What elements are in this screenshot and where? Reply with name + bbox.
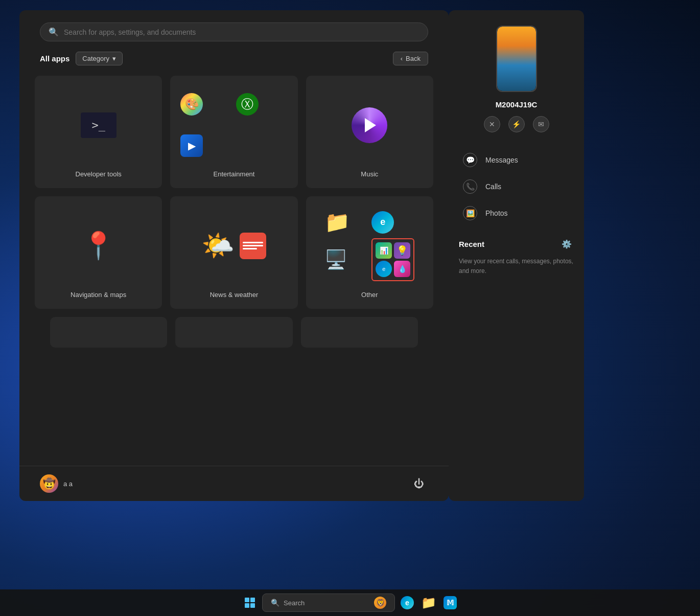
tile-news-weather[interactable]: 🌤️ News & weather [170, 196, 297, 309]
phone-menu-calls[interactable]: 📞 Calls [459, 173, 574, 200]
recent-description: View your recent calls, messages, photos… [459, 258, 573, 275]
messages-label: Messages [485, 156, 518, 164]
category-button[interactable]: Category ▾ [76, 52, 123, 65]
tile-developer-tools-label: Developer tools [76, 170, 122, 178]
phone-screen [497, 27, 536, 91]
remote-desktop-icon: 🖥️ [324, 249, 367, 270]
tile-music[interactable]: Music [306, 76, 433, 188]
partial-tile-2 [175, 317, 292, 348]
other-sub-grid: 📊 💡 e 💧 [371, 238, 414, 281]
category-label: Category [82, 55, 109, 62]
start-menu: 🔍 All apps Category ▾ ‹ Back >_ [19, 10, 449, 501]
phone-recent-section: Recent ⚙️ View your recent calls, messag… [459, 237, 574, 276]
green-chart-icon: 📊 [376, 242, 392, 259]
apps-row-2: 📍 Navigation & maps 🌤️ News & weather [35, 196, 433, 309]
tile-news-icons: 🌤️ [180, 207, 287, 285]
news-icon [240, 233, 266, 259]
news-line-2 [243, 245, 263, 246]
tile-navigation-icons: 📍 [45, 207, 152, 285]
taskbar-search-icon: 🔍 [271, 599, 279, 607]
phone-close-button[interactable]: ✕ [484, 116, 500, 132]
user-info[interactable]: 🤠 a a [40, 474, 73, 493]
phone-menu-photos[interactable]: 🖼️ Photos [459, 200, 574, 226]
taskbar-search-bar[interactable]: 🔍 Search 🦁 [262, 594, 395, 612]
tile-developer-tools[interactable]: >_ Developer tools [35, 76, 162, 188]
back-label: Back [406, 55, 421, 62]
calls-icon: 📞 [463, 179, 477, 194]
store-taskbar-icon: 𝕄 [444, 596, 457, 609]
movies-icon: ▶ [180, 134, 203, 157]
phone-menu-messages[interactable]: 💬 Messages [459, 147, 574, 173]
tile-entertainment-icons: 🎨 Ⓧ ▶ [180, 86, 287, 164]
paint-icon: 🎨 [180, 93, 203, 116]
folder-taskbar-icon: 📁 [421, 596, 436, 610]
apps-row-1: >_ Developer tools 🎨 Ⓧ ▶ Entertainment [35, 76, 433, 188]
avatar: 🤠 [40, 474, 58, 493]
search-input[interactable] [64, 28, 419, 36]
tile-news-label: News & weather [210, 291, 259, 299]
tile-entertainment[interactable]: 🎨 Ⓧ ▶ Entertainment [170, 76, 297, 188]
music-icon [352, 107, 387, 143]
phone-image [496, 26, 537, 92]
phone-message-button[interactable]: ✉ [533, 116, 549, 132]
chevron-left-icon: ‹ [401, 55, 403, 62]
recent-title: Recent [459, 240, 484, 248]
tile-navigation[interactable]: 📍 Navigation & maps [35, 196, 162, 309]
start-button[interactable] [241, 594, 259, 612]
tile-music-label: Music [361, 170, 378, 178]
lightbulb-icon: 💡 [394, 242, 410, 259]
messages-icon: 💬 [463, 153, 477, 167]
photos-label: Photos [485, 209, 508, 217]
apps-grid: >_ Developer tools 🎨 Ⓧ ▶ Entertainment [19, 76, 449, 466]
taskbar-store[interactable]: 𝕄 [441, 594, 459, 612]
windows-logo-icon [245, 598, 255, 608]
search-icon: 🔍 [49, 27, 59, 37]
taskbar-search-text: Search [284, 599, 305, 607]
taskbar: 🔍 Search 🦁 e 📁 𝕄 [0, 589, 700, 616]
apps-header-left: All apps Category ▾ [40, 52, 123, 65]
weather-cloud-icon: 🌤️ [201, 230, 235, 261]
edge-beta-icon: e [376, 261, 392, 277]
device-name: M2004J19C [496, 100, 538, 109]
start-bottom-bar: 🤠 a a ⏻ [19, 466, 449, 501]
user-name: a a [63, 480, 73, 488]
recent-settings-button[interactable]: ⚙️ [559, 237, 574, 251]
edge-icon: e [371, 211, 394, 234]
other-icons-grid: 📁 e 🖥️ 📊 💡 e 💧 [324, 210, 414, 281]
search-bar[interactable]: 🔍 [40, 22, 428, 41]
taskbar-search-avatar: 🦁 [374, 597, 386, 609]
drop-icon: 💧 [394, 261, 410, 277]
tile-entertainment-label: Entertainment [214, 170, 255, 178]
partial-tile-1 [50, 317, 167, 348]
tile-navigation-label: Navigation & maps [71, 291, 126, 299]
folder-icon: 📁 [324, 210, 367, 234]
cmd-icon: >_ [81, 112, 116, 138]
taskbar-folder[interactable]: 📁 [419, 594, 438, 612]
tile-developer-tools-icons: >_ [45, 86, 152, 164]
calls-label: Calls [485, 182, 501, 191]
tile-other[interactable]: 📁 e 🖥️ 📊 💡 e 💧 Other [306, 196, 433, 309]
back-button[interactable]: ‹ Back [393, 52, 428, 65]
phone-bluetooth-button[interactable]: ⚡ [508, 116, 525, 132]
apps-header: All apps Category ▾ ‹ Back [19, 52, 449, 65]
taskbar-edge[interactable]: e [398, 594, 416, 612]
chevron-down-icon: ▾ [112, 55, 116, 62]
tile-other-label: Other [361, 291, 378, 299]
edge-taskbar-icon: e [401, 596, 414, 609]
phone-panel: M2004J19C ✕ ⚡ ✉ 💬 Messages 📞 Calls 🖼️ Ph… [449, 10, 584, 501]
tile-other-icons: 📁 e 🖥️ 📊 💡 e 💧 [316, 207, 423, 285]
power-button[interactable]: ⏻ [410, 474, 428, 493]
all-apps-label: All apps [40, 54, 69, 63]
recent-header: Recent ⚙️ [459, 237, 574, 251]
photos-icon: 🖼️ [463, 206, 477, 220]
map-pin-icon: 📍 [82, 230, 115, 261]
news-line-1 [243, 242, 263, 243]
bottom-partial-row [35, 317, 433, 358]
xbox-icon: Ⓧ [236, 93, 259, 116]
phone-action-buttons: ✕ ⚡ ✉ [484, 116, 549, 132]
partial-tile-3 [301, 317, 418, 348]
tile-music-icons [316, 86, 423, 164]
news-line-3 [243, 248, 257, 249]
